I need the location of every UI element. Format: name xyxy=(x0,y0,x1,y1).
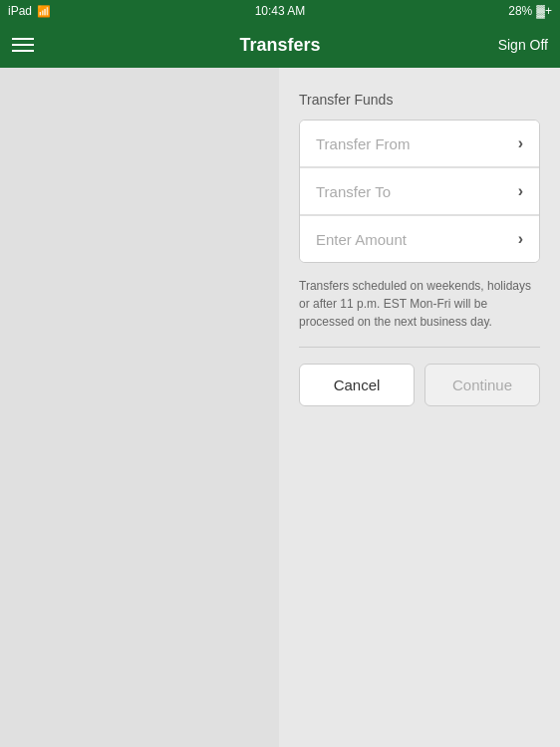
battery-icon: ▓+ xyxy=(536,4,552,18)
button-row: Cancel Continue xyxy=(299,364,540,406)
transfer-to-label: Transfer To xyxy=(316,183,391,200)
enter-amount-label: Enter Amount xyxy=(316,231,407,248)
wifi-icon: 📶 xyxy=(37,5,51,18)
battery-percent: 28% xyxy=(508,4,532,18)
transfer-from-label: Transfer From xyxy=(316,135,410,152)
page-title: Transfers xyxy=(239,35,320,56)
transfer-to-chevron-icon: › xyxy=(518,182,523,200)
status-left: iPad 📶 xyxy=(8,4,51,18)
cancel-button[interactable]: Cancel xyxy=(299,364,415,406)
main-content: Transfer Funds Transfer From › Transfer … xyxy=(279,68,560,747)
sidebar xyxy=(0,68,279,747)
transfer-from-chevron-icon: › xyxy=(518,134,523,152)
transfer-form-group: Transfer From › Transfer To › Enter Amou… xyxy=(299,120,540,263)
continue-button[interactable]: Continue xyxy=(424,364,540,406)
device-label: iPad xyxy=(8,4,32,18)
layout: Transfer Funds Transfer From › Transfer … xyxy=(0,68,560,747)
status-time: 10:43 AM xyxy=(255,4,306,18)
enter-amount-item[interactable]: Enter Amount › xyxy=(300,215,539,262)
status-right: 28% ▓+ xyxy=(508,4,552,18)
sign-off-button[interactable]: Sign Off xyxy=(498,37,548,53)
menu-button[interactable] xyxy=(12,38,34,52)
nav-bar: Transfers Sign Off xyxy=(0,22,560,68)
transfer-to-item[interactable]: Transfer To › xyxy=(300,167,539,215)
divider xyxy=(299,347,540,348)
enter-amount-chevron-icon: › xyxy=(518,230,523,248)
section-title: Transfer Funds xyxy=(299,92,540,108)
notice-text: Transfers scheduled on weekends, holiday… xyxy=(299,277,540,331)
status-bar: iPad 📶 10:43 AM 28% ▓+ xyxy=(0,0,560,22)
transfer-from-item[interactable]: Transfer From › xyxy=(300,121,539,167)
